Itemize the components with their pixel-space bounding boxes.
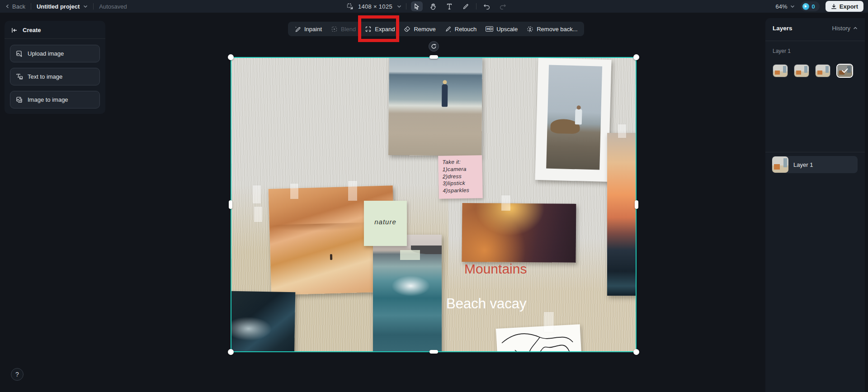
text-to-image-button[interactable]: Text to image [10, 68, 100, 85]
handle-top-left[interactable] [228, 54, 234, 60]
handle-right-center[interactable] [635, 200, 638, 209]
expand-button[interactable]: Expand [365, 26, 395, 33]
moodboard-image: Take it: 1)camera 2)dress 3)lipstick 4)s… [231, 58, 636, 351]
divider [31, 3, 31, 9]
history-thumbnail[interactable] [773, 64, 788, 77]
create-panel-title: Create [23, 27, 41, 33]
thumbnail-image [773, 65, 788, 77]
cursor-icon [414, 3, 420, 10]
zoom-control[interactable]: 64% [776, 3, 795, 10]
credits-count: 0 [812, 3, 815, 10]
canvas-dimensions[interactable]: 1408 × 1025 [358, 3, 392, 10]
washi-tape [544, 312, 554, 332]
project-title[interactable]: Untitled project [37, 3, 88, 10]
photo-sunset-strip [607, 133, 636, 296]
history-thumbnails [773, 64, 853, 78]
photo-family-inner [546, 65, 602, 170]
back-label: Back [12, 3, 25, 10]
divider [93, 3, 94, 9]
redo-icon [500, 4, 506, 9]
app-window: Back Untitled project Autosaved 1408 × 1… [0, 0, 868, 392]
divider [765, 152, 865, 152]
pink-note-line: 3)lipstick [443, 180, 478, 188]
eraser-icon [404, 26, 410, 33]
zoom-level: 64% [776, 3, 788, 10]
handle-top-center[interactable] [429, 55, 438, 59]
woman-figure [442, 84, 448, 107]
rotate-handle[interactable] [429, 41, 439, 52]
image-to-image-icon [16, 96, 23, 104]
pen-icon [462, 3, 469, 10]
history-thumbnail-selected[interactable] [836, 64, 853, 78]
help-button[interactable]: ? [11, 368, 24, 381]
image-to-image-label: Image to image [28, 96, 68, 103]
washi-tape [290, 184, 298, 199]
handle-top-right[interactable] [633, 54, 639, 60]
undo-button[interactable] [481, 1, 493, 11]
pink-note-line: 1)camera [443, 165, 478, 173]
retouch-label: Retouch [455, 26, 476, 33]
handle-bottom-left[interactable] [228, 349, 234, 355]
pan-tool-button[interactable] [427, 1, 439, 11]
select-tool-button[interactable] [411, 1, 423, 11]
chevron-down-icon[interactable] [397, 5, 401, 8]
history-toggle[interactable]: History [832, 25, 858, 32]
redo-button[interactable] [497, 1, 509, 11]
checkmark-icon [842, 68, 848, 73]
remove-background-button[interactable]: Remove back... [527, 26, 577, 33]
remove-background-label: Remove back... [537, 26, 577, 33]
expand-icon [365, 26, 372, 33]
remove-background-icon [527, 26, 533, 33]
history-thumbnail[interactable] [794, 64, 809, 77]
history-thumbnail[interactable] [815, 64, 830, 77]
washi-tape [254, 207, 262, 222]
chevron-down-icon [83, 5, 88, 8]
create-panel-header[interactable]: Create [5, 21, 105, 38]
washi-tape [400, 250, 420, 260]
help-label: ? [15, 371, 19, 378]
mountains-text: Mountains [464, 261, 527, 277]
upload-image-button[interactable]: Upload image [10, 45, 100, 62]
inpaint-label: Inpaint [304, 26, 322, 33]
thumbnail-image [772, 156, 788, 173]
upload-image-label: Upload image [28, 50, 64, 57]
rotate-icon [431, 43, 437, 49]
handle-bottom-center[interactable] [429, 350, 438, 354]
blend-button[interactable]: Blend [331, 26, 356, 33]
export-button[interactable]: Export [826, 1, 863, 12]
remove-button[interactable]: Remove [404, 26, 435, 33]
brush-tool-button[interactable] [460, 1, 472, 11]
photo-beach-woman [388, 58, 482, 156]
inpaint-brush-icon [294, 26, 301, 33]
green-note-text: nature [374, 218, 396, 226]
thumbnail-image [794, 65, 809, 77]
inpaint-button[interactable]: Inpaint [294, 26, 322, 33]
history-label: History [832, 25, 850, 32]
credits-coin-icon [802, 3, 809, 10]
pink-note-line: 2)dress [443, 173, 478, 180]
autosave-status: Autosaved [99, 3, 127, 10]
handle-bottom-right[interactable] [633, 349, 639, 355]
credits-pill[interactable]: 0 [801, 1, 820, 11]
image-to-image-button[interactable]: Image to image [10, 91, 100, 109]
retouch-button[interactable]: Retouch [445, 26, 476, 33]
layer-thumbnail [772, 156, 788, 173]
canvas-selection-frame[interactable]: Take it: 1)camera 2)dress 3)lipstick 4)s… [231, 57, 637, 352]
chevron-down-icon [790, 5, 795, 8]
pink-sticky-note: Take it: 1)camera 2)dress 3)lipstick 4)s… [438, 155, 483, 199]
text-tool-button[interactable] [443, 1, 455, 11]
upscale-label: Upscale [496, 26, 518, 33]
back-button[interactable]: Back [5, 3, 25, 10]
man-figure [575, 109, 582, 124]
divider [5, 38, 105, 39]
layer-list-item[interactable]: Layer 1 [772, 156, 858, 173]
upscale-button[interactable]: HD Upscale [486, 26, 518, 33]
handle-left-center[interactable] [229, 200, 232, 209]
text-icon [446, 3, 453, 10]
action-toolbar: Inpaint Blend Expand Remove Retouch HD U… [288, 22, 584, 36]
upload-image-icon [16, 50, 23, 57]
layers-title: Layers [773, 25, 793, 32]
remove-label: Remove [414, 26, 435, 33]
resize-canvas-icon[interactable] [346, 3, 354, 10]
washi-tape [501, 195, 510, 211]
